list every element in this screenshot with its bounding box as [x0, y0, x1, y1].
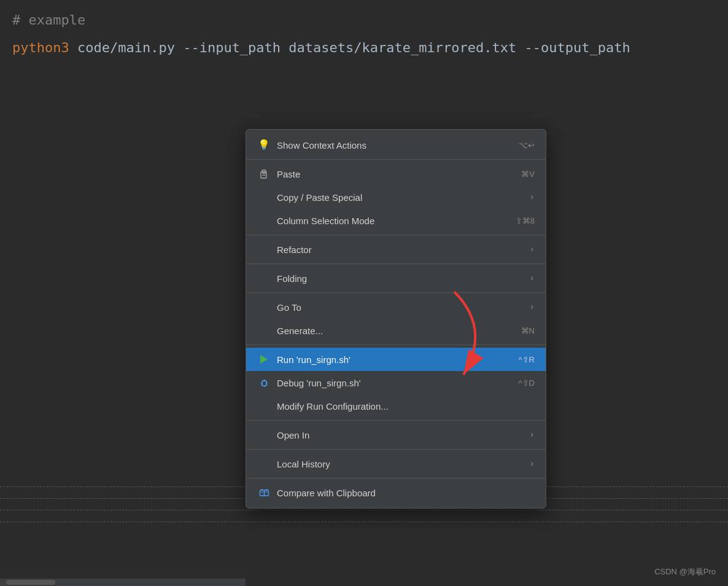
menu-label-modify-run: Modify Run Configuration... [277, 401, 535, 412]
menu-label-open-in: Open In [277, 430, 524, 440]
menu-shortcut-debug: ^⇧D [519, 378, 535, 388]
menu-label-generate: Generate... [277, 326, 509, 336]
menu-label-folding: Folding [277, 273, 524, 284]
svg-rect-12 [264, 490, 268, 496]
paste-icon [257, 169, 271, 179]
menu-item-debug[interactable]: Debug 'run_sirgn.sh' ^⇧D [246, 371, 546, 394]
arrow-refactor: › [530, 244, 535, 254]
menu-item-go-to[interactable]: Go To › [246, 295, 546, 319]
horizontal-scrollbar[interactable] [0, 579, 246, 586]
menu-item-run[interactable]: Run 'run_sirgn.sh' ^⇧R [246, 348, 546, 371]
scrollbar-thumb[interactable] [6, 580, 55, 585]
play-icon [257, 355, 271, 364]
separator-8 [246, 478, 546, 479]
code-command: python3 code/main.py --input_path datase… [12, 40, 630, 55]
menu-label-copy-paste-special: Copy / Paste Special [277, 192, 524, 203]
separator-4 [246, 292, 546, 293]
separator-3 [246, 264, 546, 264]
arrow-copy-paste-special: › [530, 192, 535, 202]
code-comment: # example [12, 12, 85, 28]
menu-label-run: Run 'run_sirgn.sh' [277, 354, 506, 365]
menu-label-debug: Debug 'run_sirgn.sh' [277, 378, 506, 388]
separator-7 [246, 449, 546, 450]
menu-item-compare-clipboard[interactable]: Compare with Clipboard [246, 481, 546, 504]
menu-item-copy-paste-special[interactable]: Copy / Paste Special › [246, 186, 546, 209]
watermark: CSDN @海羲Pro [654, 566, 716, 577]
menu-shortcut-generate: ⌘N [521, 326, 535, 335]
arrow-local-history: › [530, 459, 535, 469]
arrow-go-to: › [530, 302, 535, 312]
menu-item-folding[interactable]: Folding › [246, 267, 546, 290]
separator-2 [246, 235, 546, 235]
separator-6 [246, 420, 546, 421]
menu-item-local-history[interactable]: Local History › [246, 452, 546, 475]
menu-label-show-context-actions: Show Context Actions [277, 140, 506, 150]
menu-label-column-selection: Column Selection Mode [277, 216, 503, 226]
menu-shortcut-column-selection: ⇧⌘8 [516, 216, 535, 225]
separator-1 [246, 159, 546, 160]
arrow-folding: › [530, 273, 535, 283]
compare-icon [257, 488, 271, 498]
menu-item-open-in[interactable]: Open In › [246, 423, 546, 447]
menu-item-paste[interactable]: Paste ⌘V [246, 162, 546, 186]
menu-label-compare-clipboard: Compare with Clipboard [277, 488, 535, 498]
arrow-open-in: › [530, 430, 535, 440]
menu-label-paste: Paste [277, 169, 509, 179]
bug-icon [257, 378, 271, 388]
svg-rect-5 [262, 381, 266, 386]
menu-item-column-selection[interactable]: Column Selection Mode ⇧⌘8 [246, 209, 546, 232]
menu-item-generate[interactable]: Generate... ⌘N [246, 319, 546, 342]
menu-label-go-to: Go To [277, 302, 524, 313]
menu-label-local-history: Local History [277, 459, 524, 469]
menu-item-refactor[interactable]: Refactor › [246, 238, 546, 261]
separator-5 [246, 345, 546, 345]
menu-shortcut-run: ^⇧R [519, 355, 535, 364]
menu-label-refactor: Refactor [277, 244, 524, 255]
menu-item-modify-run[interactable]: Modify Run Configuration... [246, 394, 546, 418]
menu-item-show-context-actions[interactable]: 💡 Show Context Actions ⌥↩ [246, 133, 546, 157]
context-menu: 💡 Show Context Actions ⌥↩ Paste ⌘V Copy … [246, 129, 546, 509]
menu-shortcut-show-context-actions: ⌥↩ [519, 141, 535, 150]
svg-rect-11 [260, 490, 264, 496]
lightbulb-icon: 💡 [257, 139, 271, 151]
svg-rect-2 [262, 170, 266, 173]
menu-shortcut-paste: ⌘V [521, 170, 535, 179]
